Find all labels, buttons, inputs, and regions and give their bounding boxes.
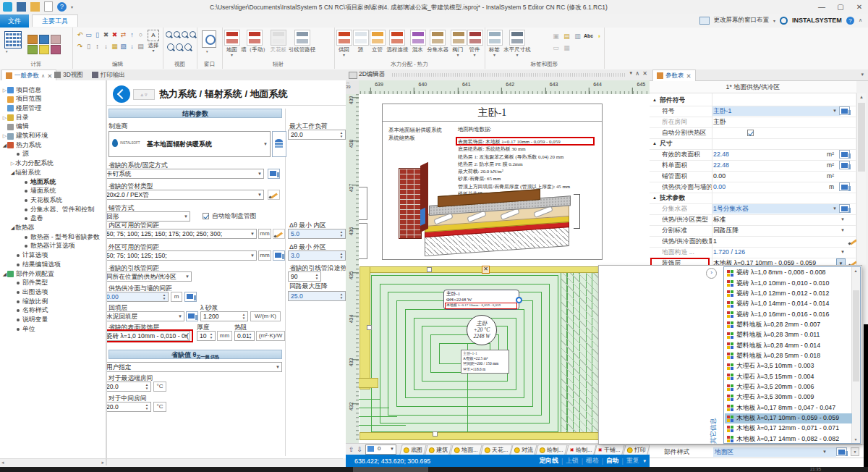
prop-row-6[interactable]: 料单面积22.48m² [650,160,856,172]
decor-option-9[interactable]: 大理石 λ=3,5 10mm - 0.003 [725,361,852,371]
prop-row-8[interactable]: 供热供冷面与墙的间0.00m [650,182,856,193]
tree-item[interactable]: 盘卷 [0,214,106,224]
ribbon-button-mix[interactable]: 混水 [410,30,425,54]
tree-item[interactable]: 墙面系统 [0,187,106,196]
calc-tool-icon-3[interactable] [27,45,38,54]
ribbon-button-wall[interactable]: 墙（手动） [241,30,268,54]
ribbon-button-remote[interactable]: 远程连接 [386,30,409,54]
close-button[interactable]: ✕ [851,1,868,12]
ribbon-button-manifold[interactable]: 分集水器 [427,30,449,54]
db-icon-button[interactable] [272,131,286,157]
dt-outer-field[interactable]: 3.0▲▼ [288,250,346,261]
extra-tool-2[interactable]: ▥ [573,32,582,41]
zoom2-icon-0[interactable] [167,43,174,51]
extra-tool-6[interactable]: ▦ [562,43,571,52]
calc-tool-icon-2[interactable] [51,35,61,44]
calc-tool-icon-4[interactable] [39,45,49,54]
prop-row-13[interactable]: 供热/供冷面的数量1 [650,236,856,248]
decor-option-6[interactable]: 塑料地板 λ=0,28 3mm - 0.011 [725,330,852,340]
decor-option-5[interactable]: 塑料地板 λ=0,28 2mm - 0.007 [725,320,852,330]
wall-gap-field[interactable]: 0.00▲▼ [107,292,169,302]
inspector-menu-icon[interactable]: ▾ [861,72,864,77]
tree-item[interactable]: 地面系统 [0,177,106,187]
table-icon-button[interactable] [273,250,285,261]
tab-general-params[interactable]: 一般参数∧✕ [1,69,56,81]
tree-item[interactable]: ◢辐射系统 [0,168,106,177]
prop-row-14[interactable]: 地面构造 ...1.720 / 126▼ [650,247,856,258]
prop-row-5[interactable]: 有效的表面积22.48m² [650,149,856,161]
pipe-type-combo[interactable]: 20x2.0 / PEX管▼ [107,190,264,200]
max-load-field[interactable]: 20.0▲▼ [288,130,346,140]
decor-options-list[interactable]: ▲ ▼ 瓷砖 λ=1,0 8mm - 0,008 - 0.008瓷砖 λ=1,0… [723,266,861,444]
status-toggle-1[interactable]: 上锁 [566,457,579,465]
zoom-icon-3[interactable] [190,31,196,38]
dt-inner-field[interactable]: 5.0▲▼ [288,229,346,239]
form-hscrollbar[interactable] [107,458,343,466]
calc-tool-icon-0[interactable] [27,35,38,44]
decor-option-8[interactable]: 塑料地板 λ=0,28 5mm - 0.018 [725,351,852,361]
zoom2-icon-2[interactable] [184,43,192,51]
tree-item[interactable]: 单位 [0,324,106,334]
selection-handle-bottom[interactable] [433,431,438,437]
table-icon-button[interactable] [186,311,198,321]
calc-tool-icon-5[interactable] [51,45,61,54]
extra-tool-5[interactable]: ▭ [551,43,561,52]
tab-main-tools[interactable]: 主要工具 [32,14,78,27]
tree-item[interactable]: ▷建筑和环境 [0,132,106,141]
layer-tab-6[interactable]: ✖绘制... [566,444,596,455]
tree-item[interactable]: ▷目录 [0,113,106,122]
ribbon-button-ceiling[interactable]: 天花板 [270,30,287,54]
layer-down-icon[interactable]: ⇩ [357,446,363,453]
extra-tool-4[interactable]: ◗ [595,32,604,41]
layer-tab-3[interactable]: 天花... [480,444,512,455]
ribbon-button-supply[interactable]: 供回▾ [336,30,352,56]
layout-button[interactable]: 更改屏幕的窗口布置 [714,16,770,25]
inner-spacing-combo[interactable]: 50; 75; 100; 125; 150; 175; 200; 250; 30… [107,229,257,239]
tree-item[interactable]: 编辑 [0,122,106,132]
back-button[interactable] [113,85,130,103]
decor-option-16[interactable]: 木地板 λ=0,17 14mm - 0,082 - 0.082 [725,434,852,444]
zoom-icon-2[interactable] [182,31,188,38]
room-mid-field[interactable]: 20.0▲▼ [107,402,151,412]
ribbon-button-riser[interactable]: 立管 [370,30,385,54]
tree-item[interactable]: 散热器 - 型号和省缺参数 [0,232,106,242]
lambda-mortar-field[interactable]: 1.200▲▼ [200,311,248,321]
extra-tool-0[interactable]: ▣ [551,32,561,41]
decor-option-15[interactable]: 木地板 λ=0,17 12mm - 0,071 - 0.071 [725,423,852,434]
tree-item[interactable]: ◢热力系统 [0,140,106,150]
ribbon-button-floor[interactable]: 地面▾ [224,30,239,56]
resistance-field[interactable]: 0.01▲▼ [234,331,255,341]
calc-dd-icon[interactable]: ▾ [6,49,10,52]
table-icon-button[interactable] [184,292,197,302]
tree-item[interactable]: ◢散热器 [0,224,106,233]
status-toggle-3[interactable]: 自动 [606,457,619,465]
decor-option-3[interactable]: 瓷砖 λ=1,0 14mm - 0,014 - 0.014 [725,299,852,309]
manufacturer-combo[interactable]: INSTALSOFT基本地面辐射供暖系统▼ [109,131,271,157]
decor-option-14[interactable]: 木地板 λ=0,17 10mm - 0,059 - 0.059 [725,413,852,423]
inspector-scrollbar[interactable]: ▲ [856,93,866,265]
tab-parameter-table[interactable]: 参数表 ✕ [652,69,696,81]
tab-file[interactable]: 文件 [0,14,29,28]
prop-row-style[interactable]: 部件样式地面区▼▼ [650,447,856,458]
ribbon-button-fitting[interactable]: 管件▾ [467,30,482,56]
rotate-handle-icon[interactable] [516,297,522,303]
prop-row-10[interactable]: 分集水器1号分集水器▼ [650,203,856,215]
ribbon-button-tag[interactable]: 标签▾ [487,30,502,56]
layout-mode-combo[interactable]: 回形▼ [107,211,190,222]
layout-monitor-icon[interactable] [699,17,710,25]
status-toggle-4[interactable]: 重复 [626,457,639,465]
tree-item[interactable]: 出图选项 [0,287,106,297]
decor-option-0[interactable]: 瓷砖 λ=1,0 8mm - 0,008 - 0.008 [725,268,852,278]
table-icon-button[interactable] [268,169,280,179]
layer-tab-0[interactable]: 底图 [399,444,426,455]
popup-expand-button[interactable]: › [706,268,717,279]
auto-draw-checkbox[interactable] [203,213,209,219]
help-circle-icon[interactable]: ? [846,17,854,25]
selection-handle-top[interactable] [427,267,432,272]
layer-tab-2[interactable]: 地面... [450,444,482,455]
prop-row-1[interactable]: 符号主卧-1▼ [650,106,856,117]
editor-menu-icon[interactable]: ▾ [629,70,632,76]
layer-tab-1[interactable]: 建筑 [425,444,451,455]
calc-tool-icon-1[interactable] [39,35,49,44]
decor-option-2[interactable]: 瓷砖 λ=1,0 12mm - 0,012 - 0.012 [725,289,852,299]
